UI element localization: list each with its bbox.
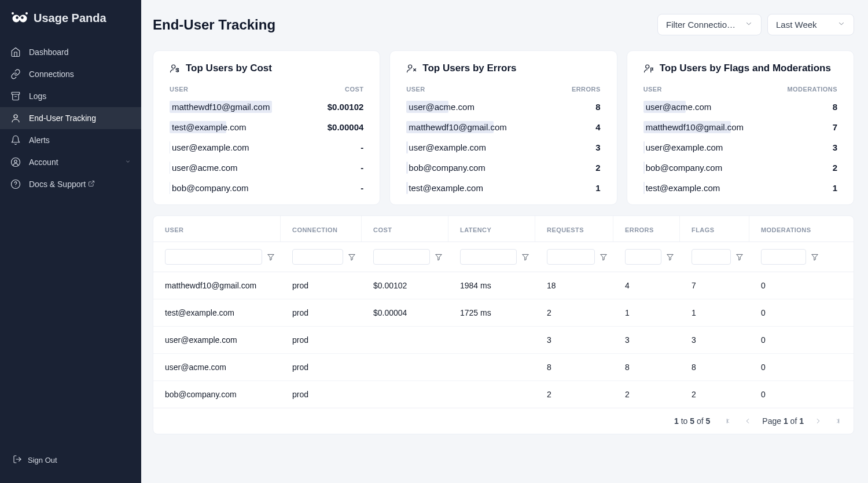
card-row-name: test@example.com	[643, 182, 723, 194]
table-cell-cost	[362, 381, 448, 408]
table-cell-flags: 1	[680, 299, 749, 326]
svg-rect-6	[12, 92, 20, 94]
sidebar-item-account[interactable]: Account	[0, 151, 141, 173]
table-header-cell[interactable]: MODERATIONS	[749, 216, 825, 241]
column-filter-input[interactable]	[292, 249, 343, 265]
funnel-icon[interactable]	[599, 253, 608, 261]
svg-point-4	[16, 16, 18, 19]
table-header-cell[interactable]: CONNECTION	[281, 216, 362, 241]
column-filter-input[interactable]	[625, 249, 661, 265]
funnel-icon[interactable]	[666, 253, 674, 261]
card-row-name: user@example.com	[170, 141, 252, 153]
table-cell-moderations: 0	[749, 381, 825, 408]
card-row-value: 3	[595, 142, 600, 152]
main-content: End-User Tracking Filter Connection... L…	[141, 0, 868, 483]
sidebar-item-docs-support[interactable]: Docs & Support	[0, 173, 141, 195]
table-cell-latency	[448, 381, 535, 408]
sidebar-item-connections[interactable]: Connections	[0, 63, 141, 85]
funnel-icon[interactable]	[811, 253, 819, 261]
funnel-icon[interactable]	[267, 253, 275, 261]
table-cell-requests: 18	[535, 272, 613, 299]
funnel-icon[interactable]	[735, 253, 744, 261]
filter-range-select[interactable]: Last Week	[767, 14, 854, 35]
table-cell-latency	[448, 327, 535, 353]
panda-logo-icon	[12, 12, 28, 25]
page-prev-button[interactable]	[744, 417, 752, 425]
page-next-button[interactable]	[814, 417, 822, 425]
card-row-name: matthewdf10@gmail.com	[170, 101, 272, 113]
user-cost-icon	[170, 63, 180, 74]
card-row-value: -	[361, 142, 363, 152]
svg-marker-21	[349, 254, 355, 260]
column-filter-input[interactable]	[460, 249, 517, 265]
funnel-icon[interactable]	[435, 253, 443, 261]
page-of: 5	[706, 416, 711, 426]
table-header-cell[interactable]: REQUESTS	[535, 216, 613, 241]
card-row-value: 7	[833, 122, 837, 132]
column-filter-input[interactable]	[373, 249, 430, 265]
svg-marker-20	[268, 254, 274, 260]
table-cell-errors: 3	[613, 327, 680, 353]
table-cell-cost	[362, 354, 448, 380]
card-row: matthewdf10@gmail.com7	[643, 121, 837, 133]
card-row-value: 1	[595, 183, 600, 193]
sign-out-icon	[13, 455, 22, 466]
table-header-cell[interactable]: LATENCY	[448, 216, 535, 241]
card-row: user@example.com-	[170, 141, 363, 153]
column-filter-input[interactable]	[692, 249, 731, 265]
page-title: End-User Tracking	[153, 17, 275, 33]
card-row: test@example.com1	[643, 182, 837, 194]
table-cell-flags: 7	[680, 272, 749, 299]
table-cell-connection: prod	[281, 381, 362, 408]
card-row: user@acme.com8	[406, 101, 600, 113]
svg-point-8	[14, 115, 17, 118]
table-cell-moderations: 0	[749, 354, 825, 380]
card-row: user@acme.com8	[643, 101, 837, 113]
chevron-down-icon	[745, 20, 753, 30]
column-filter-input[interactable]	[165, 249, 262, 265]
table-cell-errors: 4	[613, 272, 680, 299]
table-header-cell[interactable]: ERRORS	[613, 216, 680, 241]
card-col-user: USER	[406, 86, 425, 93]
card-title: Top Users by Flags and Moderations	[643, 63, 837, 74]
page-first-button[interactable]	[725, 417, 733, 425]
svg-marker-26	[737, 254, 743, 260]
svg-point-0	[12, 12, 14, 14]
card-title: Top Users by Cost	[170, 63, 363, 74]
svg-point-9	[12, 158, 20, 167]
svg-marker-25	[667, 254, 674, 260]
sidebar-item-alerts[interactable]: Alerts	[0, 129, 141, 151]
card-columns: USERCOST	[170, 86, 363, 93]
table-header-cell[interactable]: COST	[362, 216, 448, 241]
table-filter-cell	[281, 249, 362, 265]
sidebar-item-end-user-tracking[interactable]: End-User Tracking	[0, 107, 141, 129]
table-row: user@acme.comprod8880	[153, 354, 854, 381]
table-header-cell[interactable]: FLAGS	[680, 216, 749, 241]
table-cell-flags: 2	[680, 381, 749, 408]
table-cell-latency	[448, 354, 535, 380]
filter-connection-select[interactable]: Filter Connection...	[657, 14, 762, 35]
sidebar-item-logs[interactable]: Logs	[0, 85, 141, 107]
sidebar-item-dashboard[interactable]: Dashboard	[0, 41, 141, 63]
card-col-user: USER	[170, 86, 188, 93]
archive-icon	[10, 91, 21, 101]
sidebar-item-label: Dashboard	[29, 47, 131, 57]
help-icon	[10, 179, 21, 189]
table-cell-errors: 2	[613, 381, 680, 408]
table-filter-cell	[680, 249, 749, 265]
card-row-name: user@example.com	[643, 141, 726, 153]
column-filter-input[interactable]	[761, 249, 806, 265]
funnel-icon[interactable]	[521, 253, 529, 261]
svg-point-18	[645, 65, 649, 68]
page-last-button[interactable]	[833, 417, 841, 425]
svg-marker-22	[436, 254, 442, 260]
sign-out-label: Sign Out	[28, 456, 57, 464]
card-row-name: user@example.com	[406, 141, 488, 153]
funnel-icon[interactable]	[348, 253, 356, 261]
card-row-name: matthewdf10@gmail.com	[406, 121, 509, 133]
svg-point-10	[14, 160, 17, 163]
card-row-name: bob@company.com	[643, 162, 725, 174]
column-filter-input[interactable]	[547, 249, 595, 265]
table-header-cell[interactable]: USER	[153, 216, 281, 241]
sign-out-link[interactable]: Sign Out	[0, 449, 141, 471]
